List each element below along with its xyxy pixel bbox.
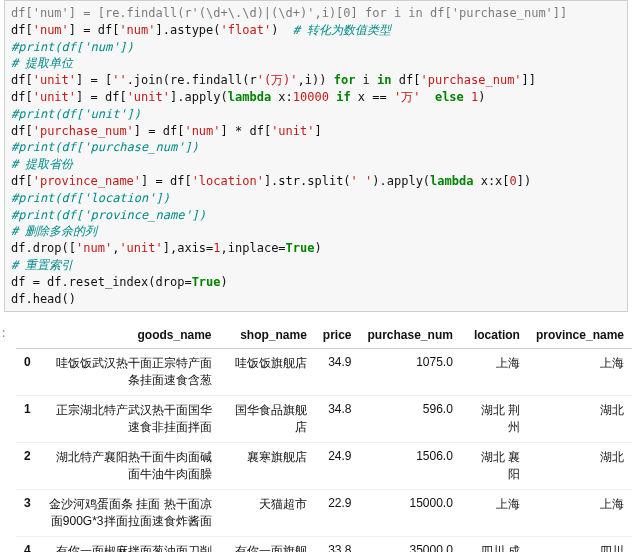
cell-index: 2 bbox=[16, 443, 39, 490]
code-line-13: # 删除多余的列 bbox=[11, 223, 621, 240]
cell-goods-name: 哇饭饭武汉热干面正宗特产面条挂面速食含葱 bbox=[39, 349, 220, 396]
cell-price: 33.8 bbox=[315, 537, 360, 552]
cell-province: 湖北 bbox=[528, 443, 632, 490]
cell-price: 34.8 bbox=[315, 396, 360, 443]
code-line-4: df['unit'] = [''.join(re.findall(r'(万)',… bbox=[11, 72, 621, 89]
table-row: 2湖北特产襄阳热干面牛肉面碱面牛油牛肉面臊襄寒旗舰店24.91506.0湖北 襄… bbox=[16, 443, 632, 490]
code-line-1: df['num'] = df['num'].astype('float') # … bbox=[11, 22, 621, 39]
cell-shop-name: 国华食品旗舰店 bbox=[220, 396, 315, 443]
cell-province: 上海 bbox=[528, 349, 632, 396]
table-row: 4有你一面椒麻拌面葱油面刀削宽面条方便面网红速食热干面袋装有你一面旗舰店33.8… bbox=[16, 537, 632, 552]
cell-location: 湖北 荆州 bbox=[461, 396, 528, 443]
cell-price: 34.9 bbox=[315, 349, 360, 396]
cell-province: 四川 bbox=[528, 537, 632, 552]
col-index bbox=[16, 322, 39, 349]
cell-shop-name: 襄寒旗舰店 bbox=[220, 443, 315, 490]
code-line-9: # 提取省份 bbox=[11, 156, 621, 173]
cell-province: 湖北 bbox=[528, 396, 632, 443]
cell-location: 上海 bbox=[461, 490, 528, 537]
code-line-11: #print(df['location']) bbox=[11, 190, 621, 207]
code-line-15: # 重置索引 bbox=[11, 257, 621, 274]
cell-purchase-num: 15000.0 bbox=[360, 490, 461, 537]
cell-location: 湖北 襄阳 bbox=[461, 443, 528, 490]
cell-goods-name: 正宗湖北特产武汉热干面国华速食非挂面拌面 bbox=[39, 396, 220, 443]
cell-purchase-num: 596.0 bbox=[360, 396, 461, 443]
cell-goods-name: 湖北特产襄阳热干面牛肉面碱面牛油牛肉面臊 bbox=[39, 443, 220, 490]
code-line-8: #print(df['purchase_num']) bbox=[11, 139, 621, 156]
code-line-2: #print(df['num']) bbox=[11, 39, 621, 56]
cell-goods-name: 金沙河鸡蛋面条 挂面 热干面凉面900G*3拌面拉面速食炸酱面 bbox=[39, 490, 220, 537]
code-line-12: #print(df['province_name']) bbox=[11, 207, 621, 224]
cell-price: 24.9 bbox=[315, 443, 360, 490]
code-line-0: df['num'] = [re.findall(r'(\d+\.\d)|(\d+… bbox=[11, 5, 621, 22]
table-row: 1正宗湖北特产武汉热干面国华速食非挂面拌面国华食品旗舰店34.8596.0湖北 … bbox=[16, 396, 632, 443]
cell-shop-name: 哇饭饭旗舰店 bbox=[220, 349, 315, 396]
code-cell[interactable]: df['num'] = [re.findall(r'(\d+\.\d)|(\d+… bbox=[4, 0, 628, 312]
table-row: 0哇饭饭武汉热干面正宗特产面条挂面速食含葱哇饭饭旗舰店34.91075.0上海上… bbox=[16, 349, 632, 396]
cell-location: 上海 bbox=[461, 349, 528, 396]
cell-index: 4 bbox=[16, 537, 39, 552]
output-gutter: : bbox=[0, 322, 8, 340]
code-line-10: df['province_name'] = df['location'].str… bbox=[11, 173, 621, 190]
cell-purchase-num: 35000.0 bbox=[360, 537, 461, 552]
cell-shop-name: 天猫超市 bbox=[220, 490, 315, 537]
code-line-7: df['purchase_num'] = df['num'] * df['uni… bbox=[11, 123, 621, 140]
cell-goods-name: 有你一面椒麻拌面葱油面刀削宽面条方便面网红速食热干面袋装 bbox=[39, 537, 220, 552]
code-line-14: df.drop(['num','unit'],axis=1,inplace=Tr… bbox=[11, 240, 621, 257]
col-purchase-num: purchase_num bbox=[360, 322, 461, 349]
output-area: : goods_name shop_name price purchase_nu… bbox=[0, 322, 632, 552]
col-province: province_name bbox=[528, 322, 632, 349]
cell-province: 上海 bbox=[528, 490, 632, 537]
table-row: 3金沙河鸡蛋面条 挂面 热干面凉面900G*3拌面拉面速食炸酱面天猫超市22.9… bbox=[16, 490, 632, 537]
dataframe-table: goods_name shop_name price purchase_num … bbox=[16, 322, 632, 552]
cell-location: 四川 成都 bbox=[461, 537, 528, 552]
col-shop-name: shop_name bbox=[220, 322, 315, 349]
col-price: price bbox=[315, 322, 360, 349]
table-header-row: goods_name shop_name price purchase_num … bbox=[16, 322, 632, 349]
cell-purchase-num: 1075.0 bbox=[360, 349, 461, 396]
cell-index: 1 bbox=[16, 396, 39, 443]
code-line-6: #print(df['unit']) bbox=[11, 106, 621, 123]
cell-purchase-num: 1506.0 bbox=[360, 443, 461, 490]
col-location: location bbox=[461, 322, 528, 349]
cell-index: 0 bbox=[16, 349, 39, 396]
code-line-17: df.head() bbox=[11, 291, 621, 308]
code-line-16: df = df.reset_index(drop=True) bbox=[11, 274, 621, 291]
cell-shop-name: 有你一面旗舰店 bbox=[220, 537, 315, 552]
col-goods-name: goods_name bbox=[39, 322, 220, 349]
cell-index: 3 bbox=[16, 490, 39, 537]
code-line-3: # 提取单位 bbox=[11, 55, 621, 72]
code-line-5: df['unit'] = df['unit'].apply(lambda x:1… bbox=[11, 89, 621, 106]
cell-price: 22.9 bbox=[315, 490, 360, 537]
